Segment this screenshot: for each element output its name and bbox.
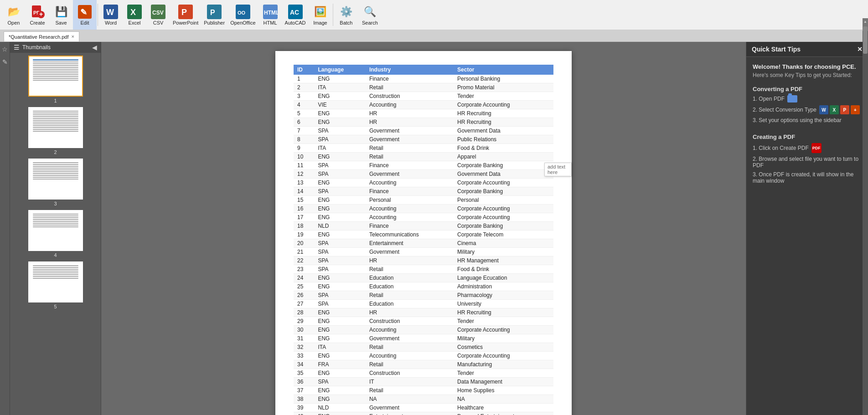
table-cell-33-1: FRA [314,360,366,369]
table-cell-22-1: SPA [314,265,366,274]
table-cell-28-1: ENG [314,317,366,326]
edit-button[interactable]: ✎ Edit [73,0,97,30]
convert-title: Converting a PDF [753,86,862,92]
table-cell-21-0: 22 [294,256,314,265]
active-tab[interactable]: *Quantitative Research.pdf × [4,31,79,41]
table-cell-33-3: Manufacturing [454,360,553,369]
batch-button[interactable]: ⚙️ Batch [334,0,358,30]
table-row: 32ITARetailCosmetics [294,343,553,352]
table-cell-3-0: 4 [294,101,314,109]
svg-text:+: + [39,10,43,18]
excel-button[interactable]: X Excel [123,0,146,30]
open-button[interactable]: 📂 Open [2,0,26,30]
pdf-content-area: ID Language Industry Sector 1ENGFinanceP… [101,42,746,415]
powerpoint-button[interactable]: P PowerPoint [170,0,201,30]
table-cell-19-0: 20 [294,239,314,248]
table-cell-14-3: Personal [454,196,553,205]
quick-start-body: Welcome! Thanks for choosing PCE. Here's… [746,57,868,193]
table-body: 1ENGFinancePersonal Banking2ITARetailPro… [294,75,553,415]
table-cell-16-3: Corporate Accounting [454,213,553,222]
table-cell-11-0: 12 [294,170,314,179]
table-cell-4-0: 5 [294,109,314,118]
table-row: 2ITARetailPromo Material [294,83,553,92]
table-row: 20SPAEntertainmentCinema [294,239,553,248]
openoffice-icon: OO [236,5,250,19]
table-cell-13-1: SPA [314,187,366,196]
table-row: 16ENGAccountingCorporate Accounting [294,205,553,213]
image-button[interactable]: 🖼️ Image [308,0,332,30]
search-button[interactable]: 🔍 Search [358,0,382,30]
save-button[interactable]: 💾 Save [49,0,73,30]
thumbnail-page-2[interactable]: 2 [14,107,97,155]
table-cell-23-3: Language Ecucation [454,274,553,282]
table-cell-19-2: Entertainment [366,239,454,248]
table-cell-39-0: 40 [294,412,314,415]
svg-text:W: W [106,8,114,17]
table-cell-24-2: Education [366,282,454,291]
quick-start-title: Quick Start Tips [752,46,801,53]
col-header-industry: Industry [366,65,454,75]
table-cell-12-2: Accounting [366,179,454,187]
table-cell-13-3: Corporate Banking [454,187,553,196]
table-cell-31-2: Retail [366,343,454,352]
table-cell-33-2: Retail [366,360,454,369]
col-header-language: Language [314,65,366,75]
sidebar-title: Thumbnails [22,44,51,51]
table-row: 10ENGRetailApparel [294,153,553,161]
table-row: 9ITARetailFood & Drink [294,144,553,153]
autocad-button[interactable]: AC AutoCAD [282,0,309,30]
csv-button[interactable]: CSV CSV [146,0,170,30]
thumbnail-page-4[interactable]: 4 [14,210,97,258]
star-icon[interactable]: ☆ [2,46,8,53]
thumbnail-page-1[interactable]: 1 [14,56,97,103]
table-cell-3-1: VIE [314,101,366,109]
table-cell-16-2: Accounting [366,213,454,222]
thumbnail-page-5[interactable]: 5 [14,261,97,309]
table-cell-1-2: Retail [366,83,454,92]
table-cell-30-2: Government [366,334,454,343]
table-cell-1-0: 2 [294,83,314,92]
publisher-button[interactable]: P Publisher [201,0,227,30]
table-cell-22-3: Food & Drink [454,265,553,274]
table-cell-7-3: Public Relations [454,135,553,144]
thumbnail-page-3[interactable]: 3 [14,159,97,206]
table-cell-11-2: Government [366,170,454,179]
col-header-sector: Sector [454,65,553,75]
svg-text:CSV: CSV [152,10,164,16]
annotation-icon[interactable]: ✎ [2,58,8,66]
table-cell-5-1: ENG [314,118,366,127]
table-cell-35-3: Data Management [454,378,553,386]
create-step-2: 2. Browse and select file you want to tu… [753,156,862,169]
ppt-conversion-icon: P [840,105,849,114]
collapse-sidebar-button[interactable]: ◀ [92,44,97,51]
edit-icon: ✎ [78,5,92,19]
pdf-table: ID Language Industry Sector 1ENGFinanceP… [294,65,553,415]
table-cell-11-1: SPA [314,170,366,179]
openoffice-button[interactable]: OO OpenOffice [227,0,258,30]
table-cell-37-3: NA [454,395,553,404]
thumbnail-image-5 [28,261,83,302]
word-icon: W [103,5,118,19]
table-cell-16-1: ENG [314,213,366,222]
tab-close-button[interactable]: × [71,34,74,39]
table-row: 4VIEAccountingCorporate Accounting [294,101,553,109]
convert-step-1: 1. Open PDF [753,95,862,102]
table-row: 25ENGEducationAdministration [294,282,553,291]
thumbnail-image-3 [28,159,83,200]
table-header-row: ID Language Industry Sector [294,65,553,75]
table-cell-32-1: ENG [314,352,366,360]
batch-icon: ⚙️ [339,5,353,19]
table-cell-24-3: Administration [454,282,553,291]
table-row: 33ENGAccountingCorporate Accounting [294,352,553,360]
powerpoint-icon: P [178,5,193,19]
create-step-1: 1. Click on Create PDF PDF [753,143,862,153]
create-button[interactable]: PDF+ Create [26,0,49,30]
html-button[interactable]: HTML HTML [258,0,282,30]
pdf-create-icon: PDF [811,143,822,153]
table-row: 30ENGAccountingCorporate Accounting [294,326,553,334]
table-cell-26-3: University [454,300,553,308]
word-button[interactable]: W Word [99,0,123,30]
create-step-3: 3. Once PDF is created, it will show in … [753,171,862,184]
close-quick-start-button[interactable]: ✕ [857,46,863,53]
table-row: 17ENGAccountingCorporate Accounting [294,213,553,222]
